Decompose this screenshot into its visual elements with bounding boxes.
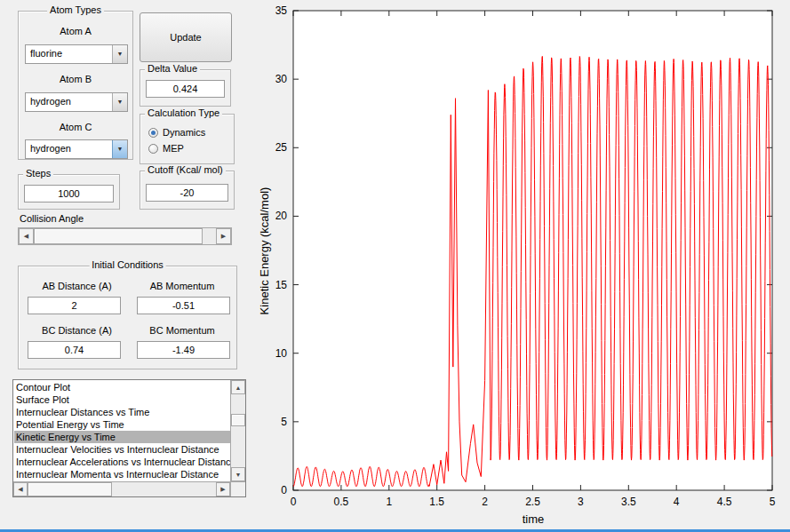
axes-box bbox=[293, 11, 772, 490]
x-tick-label: 3 bbox=[578, 496, 584, 508]
x-tick-label: 0 bbox=[291, 496, 297, 508]
bc-momentum-label: BC Momentum bbox=[134, 325, 230, 336]
x-tick-label: 0.5 bbox=[334, 496, 349, 508]
x-tick-label: 4 bbox=[674, 496, 680, 508]
initial-conditions-title: Initial Conditions bbox=[89, 259, 166, 271]
y-tick-label: 15 bbox=[275, 279, 288, 291]
radio-icon[interactable] bbox=[148, 128, 158, 138]
radio-mep-label: MEP bbox=[163, 143, 184, 154]
vscroll-thumb[interactable] bbox=[231, 414, 245, 426]
cutoff-panel: Cutoff (Kcal/ mol) -20 bbox=[140, 171, 235, 210]
list-item[interactable]: Contour Plot bbox=[14, 381, 230, 393]
kinetic-energy-line bbox=[293, 56, 772, 486]
scroll-down-arrow-icon[interactable]: ▼ bbox=[231, 467, 245, 481]
hscroll-thumb[interactable] bbox=[28, 482, 112, 496]
list-item[interactable]: Internuclear Momenta vs Internuclear Dis… bbox=[14, 468, 230, 480]
list-item[interactable]: Potential Energy vs Time bbox=[14, 418, 230, 431]
bc-distance-field[interactable]: 0.74 bbox=[28, 341, 121, 359]
bc-distance-label: BC Distance (A) bbox=[26, 325, 128, 336]
ab-momentum-field[interactable]: -0.51 bbox=[137, 297, 230, 314]
chevron-down-icon[interactable]: ▼ bbox=[112, 45, 127, 63]
atom-c-dropdown[interactable]: hydrogen ▼ bbox=[25, 139, 128, 159]
slider-left-arrow-icon[interactable]: ◀ bbox=[19, 228, 34, 244]
app-window: 00.511.522.533.544.5505101520253035 time… bbox=[0, 0, 790, 532]
atom-a-label: Atom A bbox=[19, 26, 132, 36]
scroll-up-arrow-icon[interactable]: ▲ bbox=[231, 380, 245, 394]
y-tick-label: 5 bbox=[281, 416, 287, 428]
scrollbar-corner bbox=[230, 481, 245, 496]
list-hscrollbar[interactable]: ◀ ▶ bbox=[13, 481, 230, 496]
atom-a-dropdown[interactable]: fluorine ▼ bbox=[25, 44, 128, 64]
cutoff-field[interactable]: -20 bbox=[146, 184, 228, 202]
steps-field[interactable]: 1000 bbox=[24, 185, 114, 202]
collision-angle-slider[interactable]: ◀ ▶ bbox=[18, 227, 232, 245]
plot-type-listbox[interactable]: Contour PlotSurface PlotInternuclear Dis… bbox=[12, 379, 246, 497]
radio-mep[interactable]: MEP bbox=[148, 143, 184, 154]
collision-angle-label: Collision Angle bbox=[20, 213, 84, 224]
list-item[interactable]: Internuclear Accelerations vs Internucle… bbox=[14, 456, 230, 468]
list-item[interactable]: Internuclear Distances vs Time bbox=[14, 406, 230, 418]
atom-b-value: hydrogen bbox=[30, 96, 71, 107]
radio-icon[interactable] bbox=[148, 144, 158, 154]
bc-momentum-field[interactable]: -1.49 bbox=[137, 341, 230, 359]
scroll-right-arrow-icon[interactable]: ▶ bbox=[216, 482, 230, 496]
calculation-type-panel: Calculation Type Dynamics MEP bbox=[140, 114, 235, 164]
initial-conditions-panel: Initial Conditions AB Distance (A) AB Mo… bbox=[18, 266, 237, 369]
cutoff-title: Cutoff (Kcal/ mol) bbox=[145, 164, 226, 176]
plot-list-items: Contour PlotSurface PlotInternuclear Dis… bbox=[14, 381, 230, 481]
radio-dynamics[interactable]: Dynamics bbox=[148, 127, 205, 138]
slider-right-arrow-icon[interactable]: ▶ bbox=[216, 228, 231, 244]
atom-a-value: fluorine bbox=[30, 48, 62, 59]
slider-thumb[interactable] bbox=[34, 228, 203, 244]
ab-distance-field[interactable]: 2 bbox=[28, 297, 121, 314]
x-tick-label: 2.5 bbox=[525, 496, 540, 508]
atom-c-value: hydrogen bbox=[30, 143, 71, 154]
ab-momentum-label: AB Momentum bbox=[134, 281, 230, 291]
list-vscrollbar[interactable]: ▲ ▼ bbox=[230, 380, 245, 481]
list-item[interactable]: Surface Plot bbox=[14, 393, 230, 406]
delta-value-field[interactable]: 0.424 bbox=[146, 80, 225, 98]
y-tick-label: 25 bbox=[275, 141, 288, 154]
x-tick-label: 3.5 bbox=[621, 496, 636, 508]
update-button[interactable]: Update bbox=[140, 12, 232, 62]
delta-value-panel: Delta Value 0.424 bbox=[140, 69, 231, 107]
x-tick-label: 5 bbox=[770, 496, 776, 508]
atom-b-dropdown[interactable]: hydrogen ▼ bbox=[25, 92, 128, 112]
y-tick-label: 20 bbox=[275, 210, 288, 222]
x-tick-label: 4.5 bbox=[717, 496, 732, 508]
atom-c-label: Atom C bbox=[19, 122, 132, 132]
x-tick-label: 1 bbox=[386, 496, 392, 508]
x-tick-label: 2 bbox=[482, 496, 488, 508]
chevron-down-icon[interactable]: ▼ bbox=[112, 93, 127, 111]
y-tick-label: 35 bbox=[275, 4, 288, 17]
delta-value-title: Delta Value bbox=[145, 63, 200, 75]
steps-title: Steps bbox=[23, 168, 53, 179]
y-tick-label: 30 bbox=[275, 73, 288, 85]
scroll-left-arrow-icon[interactable]: ◀ bbox=[13, 482, 28, 496]
chevron-down-icon[interactable]: ▼ bbox=[112, 140, 127, 158]
steps-panel: Steps 1000 bbox=[18, 174, 120, 210]
x-axis-label: time bbox=[489, 512, 578, 526]
y-axis-label: Kinetic Energy (kcal/mol) bbox=[258, 118, 271, 385]
x-tick-label: 1.5 bbox=[429, 496, 444, 508]
ab-distance-label: AB Distance (A) bbox=[26, 281, 128, 291]
list-item[interactable]: Internuclear Velocities vs Internuclear … bbox=[14, 443, 230, 456]
y-tick-label: 10 bbox=[275, 347, 288, 360]
atom-b-label: Atom B bbox=[19, 74, 132, 84]
atom-types-panel: Atom Types Atom A fluorine ▼ Atom B hydr… bbox=[18, 11, 133, 160]
y-tick-label: 0 bbox=[281, 484, 287, 496]
list-item[interactable]: Kinetic Energy vs Time bbox=[14, 431, 230, 443]
radio-dynamics-label: Dynamics bbox=[163, 127, 205, 138]
atom-types-title: Atom Types bbox=[47, 4, 104, 16]
calculation-type-title: Calculation Type bbox=[145, 107, 222, 119]
